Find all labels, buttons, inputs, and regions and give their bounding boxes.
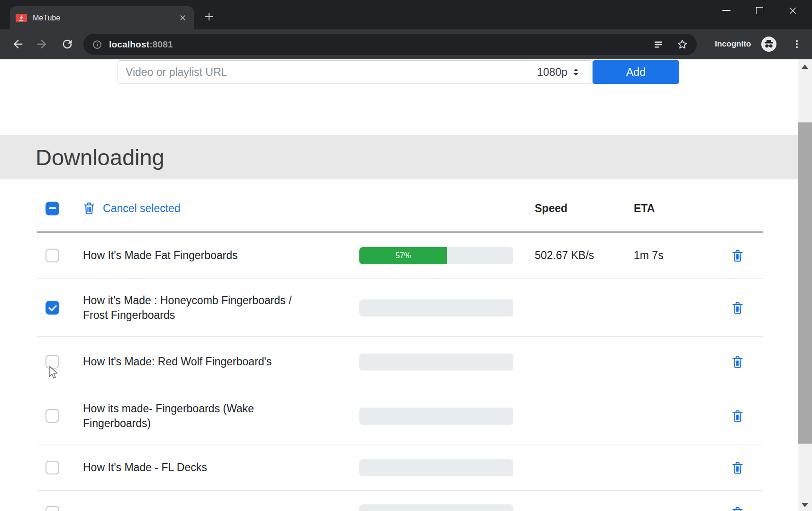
page-scrollbar[interactable] xyxy=(798,59,812,511)
download-row: How It's Made: Red Wolf Fingerboard's xyxy=(37,337,763,387)
browser-menu-icon[interactable] xyxy=(791,38,803,52)
delete-download-button[interactable] xyxy=(731,409,744,423)
download-title: How It's Made: Red Wolf Fingerboard's xyxy=(83,354,359,369)
row-checkbox[interactable] xyxy=(46,506,59,511)
download-row xyxy=(37,491,763,511)
select-all-checkbox[interactable] xyxy=(46,202,59,215)
quality-value: 1080p xyxy=(537,66,567,79)
reading-list-icon[interactable] xyxy=(653,39,664,50)
download-row: How It's Made - FL Decks xyxy=(37,445,763,491)
add-download-form: 1080p Add xyxy=(118,60,679,84)
progress-bar: 57% xyxy=(359,247,513,264)
row-checkbox[interactable] xyxy=(46,355,59,369)
reload-button[interactable] xyxy=(61,37,74,51)
download-title: How It's Made - FL Decks xyxy=(83,460,359,475)
download-title: How it's Made : Honeycomb Fingerboards /… xyxy=(83,293,359,323)
row-checkbox[interactable] xyxy=(46,301,59,315)
trash-icon xyxy=(83,202,95,215)
window-close-button[interactable] xyxy=(776,0,809,21)
download-row: How its made- Fingerboards (Wake Fingerb… xyxy=(37,387,763,445)
browser-toolbar: localhost:8081 Incognito xyxy=(0,29,812,59)
delete-download-button[interactable] xyxy=(731,461,744,474)
progress-bar xyxy=(359,299,513,316)
scrollbar-thumb[interactable] xyxy=(798,122,812,444)
tab-title: MeTube xyxy=(33,14,177,22)
download-title: How its made- Fingerboards (Wake Fingerb… xyxy=(83,401,359,431)
downloading-section-header: Downloading xyxy=(0,135,798,179)
incognito-avatar-icon[interactable] xyxy=(761,36,777,54)
progress-bar xyxy=(359,459,513,476)
delete-download-button[interactable] xyxy=(731,506,744,511)
cancel-selected-button[interactable]: Cancel selected xyxy=(83,201,359,216)
window-minimize-button[interactable] xyxy=(710,0,743,21)
scroll-down-arrow-icon[interactable] xyxy=(802,503,808,507)
incognito-label: Incognito xyxy=(715,39,751,49)
progress-bar xyxy=(359,504,513,511)
window-controls xyxy=(710,0,809,21)
row-checkbox[interactable] xyxy=(46,249,59,262)
downloads-table-header: Cancel selected Speed ETA xyxy=(37,179,763,232)
row-checkbox[interactable] xyxy=(46,461,59,474)
browser-tab-metube[interactable]: MeTube xyxy=(10,6,194,29)
url-text: localhost:8081 xyxy=(109,39,173,50)
section-title: Downloading xyxy=(36,144,164,170)
forward-button[interactable] xyxy=(35,37,48,51)
site-info-icon[interactable] xyxy=(92,39,102,50)
downloads-table: Cancel selected Speed ETA How It's Made … xyxy=(37,179,763,511)
delete-download-button[interactable] xyxy=(731,301,744,315)
eta-column-header: ETA xyxy=(634,202,731,215)
progress-fill: 57% xyxy=(359,247,447,264)
cancel-selected-label: Cancel selected xyxy=(103,201,181,216)
metube-favicon-icon xyxy=(16,14,27,22)
browser-window: MeTube local xyxy=(0,0,812,511)
new-tab-button[interactable] xyxy=(203,10,215,23)
video-url-input[interactable] xyxy=(118,60,526,84)
metube-page: 1080p Add Downloading Cancel selected xyxy=(0,59,812,511)
quality-select[interactable]: 1080p xyxy=(526,60,591,84)
download-eta: 1m 7s xyxy=(634,249,731,262)
window-maximize-button[interactable] xyxy=(743,0,776,21)
tab-close-icon[interactable] xyxy=(177,12,188,24)
download-title: How It's Made Fat Fingerboards xyxy=(83,248,359,263)
add-button[interactable]: Add xyxy=(593,60,679,84)
progress-label: 57% xyxy=(396,251,411,260)
scroll-up-arrow-icon[interactable] xyxy=(802,65,808,69)
back-button[interactable] xyxy=(11,37,25,51)
download-speed: 502.67 KB/s xyxy=(535,249,634,262)
download-row: How It's Made Fat Fingerboards 57% 502.6… xyxy=(37,232,763,279)
address-bar[interactable]: localhost:8081 xyxy=(83,34,697,55)
delete-download-button[interactable] xyxy=(731,355,744,369)
select-arrows-icon xyxy=(572,67,580,77)
progress-bar xyxy=(359,353,513,371)
bookmark-star-icon[interactable] xyxy=(676,38,688,50)
delete-download-button[interactable] xyxy=(731,249,744,262)
speed-column-header: Speed xyxy=(535,202,634,215)
progress-bar xyxy=(359,408,513,425)
download-row: How it's Made : Honeycomb Fingerboards /… xyxy=(37,279,763,337)
tab-strip: MeTube xyxy=(0,0,812,29)
row-checkbox[interactable] xyxy=(46,409,59,423)
